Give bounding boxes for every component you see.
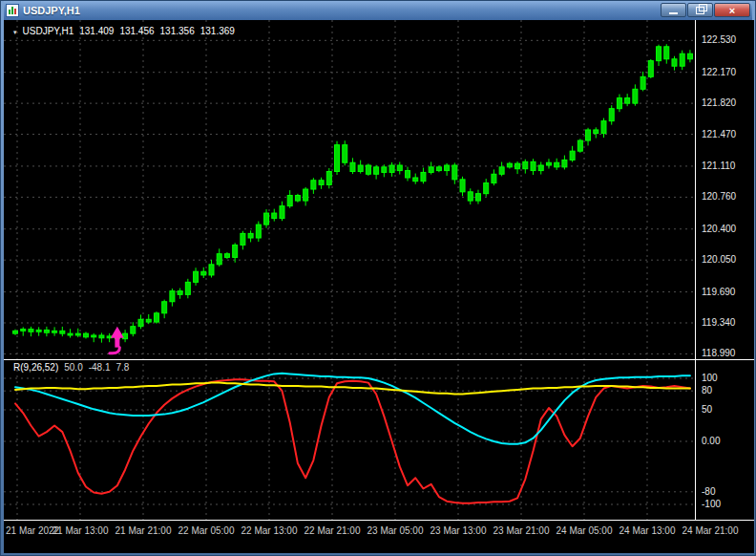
chart-window-icon — [6, 4, 19, 17]
close-button[interactable]: × — [714, 3, 750, 17]
svg-text:121.110: 121.110 — [702, 160, 736, 171]
svg-text:24 Mar 21:00: 24 Mar 21:00 — [682, 525, 739, 536]
svg-text:120.400: 120.400 — [702, 224, 737, 234]
svg-text:120.760: 120.760 — [702, 191, 737, 202]
svg-text:23 Mar 21:00: 23 Mar 21:00 — [494, 525, 550, 536]
svg-text:119.690: 119.690 — [702, 287, 736, 297]
ohlc-open: 131.409 — [79, 26, 114, 36]
window-controls: × — [661, 3, 750, 17]
indicator-name: R(9,26,52) — [13, 362, 58, 373]
chart-background — [4, 20, 754, 553]
svg-text:122.170: 122.170 — [702, 67, 737, 77]
svg-text:21 Mar 13:00: 21 Mar 13:00 — [52, 525, 109, 536]
symbol-name: USDJPY,H1 — [23, 26, 74, 36]
svg-text:23 Mar 13:00: 23 Mar 13:00 — [430, 525, 487, 536]
minimize-icon — [669, 12, 678, 14]
ohlc-close: 131.369 — [200, 26, 235, 36]
svg-text:119.340: 119.340 — [702, 317, 736, 328]
svg-text:50: 50 — [702, 404, 713, 415]
svg-text:22 Mar 05:00: 22 Mar 05:00 — [178, 525, 235, 536]
chart-area: 122.530122.170121.820121.470121.110120.7… — [4, 20, 754, 553]
chart-window: USDJPY,H1 × 122.530122.170121.820121.470… — [0, 0, 756, 556]
ohlc-low: 131.356 — [160, 26, 195, 36]
time-axis[interactable]: 21 Mar 202221 Mar 13:0021 Mar 21:0022 Ma… — [6, 525, 739, 536]
restore-button[interactable] — [687, 3, 713, 17]
indicator-label: R(9,26,52)50.0-48.17.8 — [13, 362, 135, 373]
svg-text:22 Mar 21:00: 22 Mar 21:00 — [304, 525, 361, 536]
svg-text:80: 80 — [702, 385, 713, 396]
svg-text:23 Mar 05:00: 23 Mar 05:00 — [368, 525, 424, 536]
svg-text:120.050: 120.050 — [702, 254, 737, 265]
svg-text:22 Mar 13:00: 22 Mar 13:00 — [242, 525, 298, 536]
indicator-value-3: 7.8 — [116, 362, 130, 373]
svg-text:-100: -100 — [702, 499, 721, 509]
svg-text:0.00: 0.00 — [702, 436, 721, 446]
minimize-button[interactable] — [661, 3, 686, 17]
svg-text:24 Mar 05:00: 24 Mar 05:00 — [556, 525, 613, 536]
window-title: USDJPY,H1 — [23, 5, 80, 16]
window-titlebar[interactable]: USDJPY,H1 × — [4, 1, 752, 20]
svg-text:24 Mar 13:00: 24 Mar 13:00 — [620, 525, 676, 536]
svg-text:121.820: 121.820 — [702, 97, 737, 108]
svg-text:21 Mar 21:00: 21 Mar 21:00 — [116, 525, 172, 536]
symbol-dropdown-icon: ▾ — [13, 29, 17, 35]
restore-icon — [696, 7, 704, 14]
svg-text:121.470: 121.470 — [702, 129, 737, 139]
close-icon: × — [729, 5, 735, 16]
indicator-value-2: -48.1 — [89, 362, 111, 373]
ohlc-label: ▾USDJPY,H1131.409131.456131.356131.369 — [13, 26, 241, 36]
svg-text:122.530: 122.530 — [702, 34, 737, 45]
indicator-value-1: 50.0 — [64, 362, 82, 373]
chart-canvas[interactable]: 122.530122.170121.820121.470121.110120.7… — [4, 20, 754, 553]
svg-text:-80: -80 — [702, 486, 716, 497]
ohlc-high: 131.456 — [119, 26, 154, 36]
svg-text:100: 100 — [702, 373, 718, 383]
svg-text:118.990: 118.990 — [702, 348, 736, 358]
